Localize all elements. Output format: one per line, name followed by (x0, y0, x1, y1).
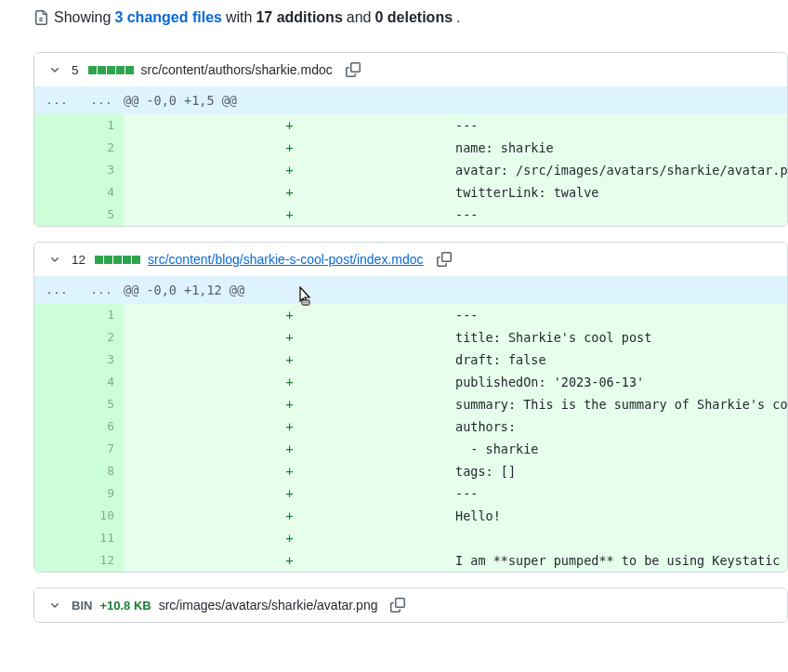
line-marker: + (124, 438, 455, 460)
line-content: I am **super pumped** to be using Keysta… (455, 549, 787, 572)
diffstat (95, 256, 140, 264)
diffstat-block (95, 256, 103, 264)
line-content: name: sharkie (455, 137, 787, 159)
file-block: 5src/content/authors/sharkie.mdoc......@… (33, 52, 788, 227)
old-line-number (34, 482, 79, 505)
chevron-down-icon[interactable] (46, 596, 64, 614)
file-path[interactable]: src/content/authors/sharkie.mdoc (141, 62, 333, 77)
new-line-number: 2 (79, 326, 124, 349)
line-content: --- (455, 204, 787, 226)
file-path[interactable]: src/images/avatars/sharkie/avatar.png (159, 598, 378, 613)
diff-line: 3+draft: false (34, 349, 787, 371)
line-content: tags: [] (455, 460, 787, 482)
diff-line: 8+tags: [] (34, 460, 787, 482)
diff-line: 2+title: Sharkie's cool post (34, 326, 787, 349)
expand-icon[interactable]: ... (79, 86, 124, 114)
chevron-down-icon[interactable] (46, 250, 64, 269)
old-line-number (34, 460, 79, 482)
new-line-number: 8 (79, 460, 124, 482)
copy-icon[interactable] (346, 62, 361, 77)
diff-line: 7+ - sharkie (34, 438, 787, 460)
new-line-number: 1 (79, 114, 124, 137)
diffstat-block (132, 256, 140, 264)
diff-line: 5+summary: This is the summary of Sharki… (34, 393, 787, 415)
line-content: twitterLink: twalve (455, 181, 787, 204)
copy-icon[interactable] (437, 252, 452, 267)
summary-and: and (347, 9, 372, 26)
line-content: draft: false (455, 349, 787, 371)
diffstat-block (125, 66, 134, 74)
changed-files-link[interactable]: 3 changed files (114, 9, 222, 26)
summary-prefix: Showing (54, 9, 111, 26)
chevron-down-icon[interactable] (46, 60, 64, 79)
line-content: - sharkie (455, 438, 787, 460)
diff-line: 4+publishedOn: '2023-06-13' (34, 371, 787, 393)
file-size: +10.8 KB (99, 599, 151, 613)
line-content: authors: (455, 415, 787, 438)
new-line-number: 10 (79, 505, 124, 527)
line-content: summary: This is the summary of Sharkie'… (455, 393, 787, 415)
expand-icon[interactable]: ... (79, 276, 124, 304)
line-marker: + (124, 137, 455, 159)
new-line-number: 4 (79, 181, 124, 204)
line-count: 12 (72, 253, 85, 267)
diffstat (88, 66, 134, 74)
diff-line: 1+--- (34, 304, 787, 326)
file-header: 12src/content/blog/sharkie-s-cool-post/i… (34, 243, 787, 276)
binary-file-block: BIN +10.8 KB src/images/avatars/sharkie/… (33, 587, 788, 623)
line-marker: + (124, 415, 455, 438)
diff-line: 5+--- (34, 204, 787, 226)
diffstat-block (104, 256, 112, 264)
file-path[interactable]: src/content/blog/sharkie-s-cool-post/ind… (148, 252, 423, 267)
expand-icon[interactable]: ... (34, 276, 79, 304)
line-marker: + (124, 304, 455, 326)
diffstat-block (123, 256, 131, 264)
new-line-number: 1 (79, 304, 124, 326)
summary-middle: with (226, 9, 252, 26)
summary-suffix: . (456, 9, 460, 26)
old-line-number (34, 204, 79, 226)
line-marker: + (124, 371, 455, 393)
diff-summary: Showing 3 changed files with 17 addition… (33, 9, 788, 26)
line-marker: + (124, 326, 455, 349)
old-line-number (34, 326, 79, 349)
expand-icon[interactable]: ... (34, 86, 79, 114)
old-line-number (34, 415, 79, 438)
old-line-number (34, 527, 79, 549)
line-content: --- (455, 304, 787, 326)
file-header: BIN +10.8 KB src/images/avatars/sharkie/… (34, 588, 787, 622)
file-diff-icon (33, 10, 48, 25)
new-line-number: 9 (79, 482, 124, 505)
old-line-number (34, 349, 79, 371)
line-marker: + (124, 204, 455, 226)
copy-icon[interactable] (390, 598, 405, 613)
diffstat-block (98, 66, 106, 74)
new-line-number: 4 (79, 371, 124, 393)
line-content: title: Sharkie's cool post (455, 326, 787, 349)
line-content: Hello! (455, 505, 787, 527)
file-header: 5src/content/authors/sharkie.mdoc (34, 53, 787, 86)
line-marker: + (124, 482, 455, 505)
diff-line: 11+ (34, 527, 787, 549)
additions-count: 17 additions (256, 9, 342, 26)
new-line-number: 6 (79, 415, 124, 438)
diff-line: 3+avatar: /src/images/avatars/sharkie/av… (34, 159, 787, 181)
diff-line: 10+Hello! (34, 505, 787, 527)
diff-line: 4+twitterLink: twalve (34, 181, 787, 204)
line-content: avatar: /src/images/avatars/sharkie/avat… (455, 159, 787, 181)
old-line-number (34, 181, 79, 204)
new-line-number: 5 (79, 204, 124, 226)
line-marker: + (124, 181, 455, 204)
hunk-header: @@ -0,0 +1,12 @@ (124, 276, 787, 304)
line-marker: + (124, 114, 455, 137)
old-line-number (34, 137, 79, 159)
old-line-number (34, 438, 79, 460)
line-count: 5 (72, 63, 79, 77)
file-block: 12src/content/blog/sharkie-s-cool-post/i… (33, 242, 788, 573)
diff-table: ......@@ -0,0 +1,5 @@1+---2+name: sharki… (34, 86, 787, 226)
line-content: --- (455, 114, 787, 137)
new-line-number: 3 (79, 159, 124, 181)
line-marker: + (124, 505, 455, 527)
diffstat-block (113, 256, 122, 264)
old-line-number (34, 159, 79, 181)
